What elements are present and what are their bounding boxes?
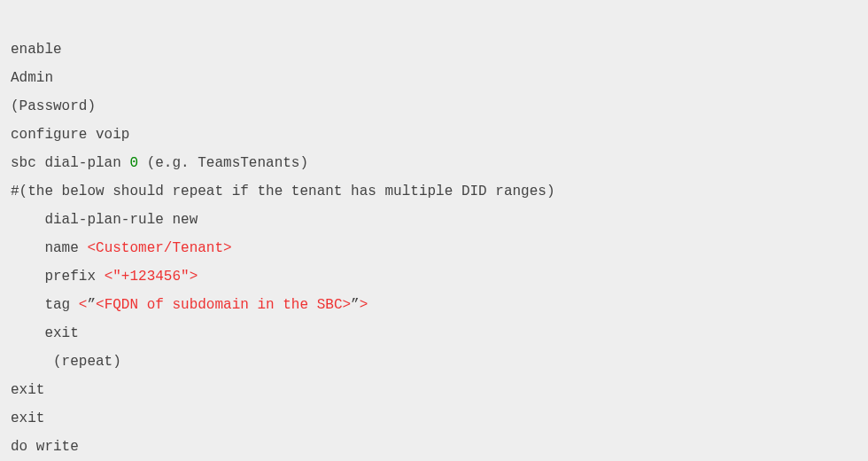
code-line: exit	[11, 410, 44, 426]
code-line: tag <”<FQDN of subdomain in the SBC>”>	[11, 297, 368, 313]
code-line: prefix <"+123456">	[11, 269, 198, 285]
code-text: name	[44, 240, 87, 256]
code-text: sbc dial-plan	[11, 155, 129, 171]
code-line: name <Customer/Tenant>	[11, 240, 232, 256]
code-placeholder: <FQDN of subdomain in the SBC>	[96, 297, 351, 313]
code-line: enable	[11, 42, 62, 58]
code-line: sbc dial-plan 0 (e.g. TeamsTenants)	[11, 155, 308, 171]
code-number: 0	[129, 155, 138, 171]
code-line: exit	[11, 325, 79, 341]
code-text: ”	[87, 297, 96, 313]
code-text: ”	[351, 297, 360, 313]
code-placeholder: >	[360, 297, 368, 313]
code-line: do write	[11, 439, 79, 455]
code-line: #(the below should repeat if the tenant …	[11, 184, 555, 199]
code-text: tag	[44, 297, 78, 313]
code-block: enable Admin (Password) configure voip s…	[0, 0, 868, 461]
code-placeholder: <Customer/Tenant>	[87, 240, 231, 256]
code-line: (Password)	[11, 98, 96, 114]
code-line: dial-plan-rule new	[11, 212, 198, 228]
code-text: (e.g. TeamsTenants)	[138, 155, 308, 171]
code-placeholder: <	[79, 297, 88, 313]
code-line: Admin	[11, 70, 53, 86]
code-placeholder: <"+123456">	[105, 269, 198, 285]
code-line: configure voip	[11, 127, 129, 143]
code-line: exit	[11, 382, 44, 398]
code-text: prefix	[44, 269, 104, 285]
code-line: (repeat)	[11, 354, 121, 370]
